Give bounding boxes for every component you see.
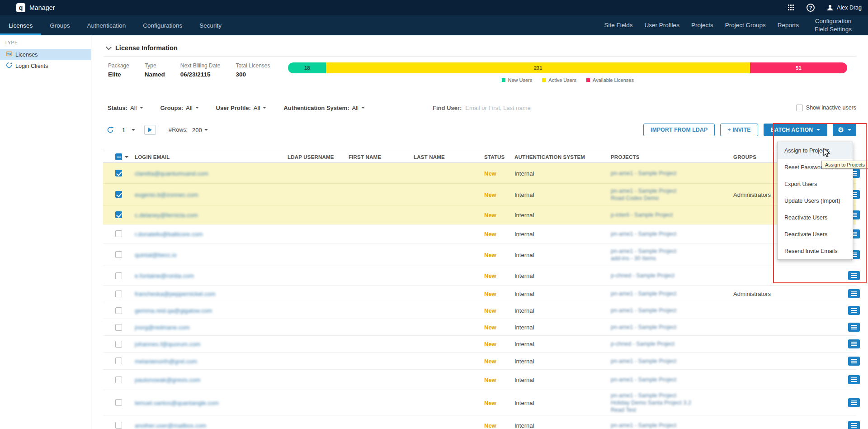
- show-inactive-toggle[interactable]: Show inactive users: [796, 105, 856, 111]
- apps-grid-icon[interactable]: [788, 5, 795, 11]
- project-link[interactable]: pn-ame1 - Sample Project: [611, 290, 733, 297]
- project-link[interactable]: pn-ame1 - Sample Project: [611, 422, 733, 429]
- batch-action-button[interactable]: BATCH ACTION: [764, 124, 828, 136]
- project-link[interactable]: pn-ame1 - Sample Project: [611, 376, 733, 383]
- nav-tab-configuration-field-settings[interactable]: Configuration Field Settings: [805, 15, 862, 35]
- project-link[interactable]: pn-ame1 - Sample Project: [611, 230, 733, 238]
- project-link[interactable]: pn-ame1 - Sample Project: [611, 324, 733, 331]
- user-menu[interactable]: Alex Drag: [826, 4, 862, 11]
- row-checkbox[interactable]: [115, 399, 122, 406]
- login-email-link[interactable]: another.user@mailbox.com: [135, 422, 206, 429]
- help-icon[interactable]: ?: [807, 4, 815, 12]
- page-dropdown-caret[interactable]: [132, 129, 135, 133]
- project-link[interactable]: pn-ame1 - Sample Project: [611, 187, 733, 195]
- project-link[interactable]: pn-ame1 - Sample Project: [611, 307, 733, 314]
- row-checkbox[interactable]: [115, 324, 122, 331]
- filter-authentication-system[interactable]: Authentication System:All: [283, 105, 365, 111]
- project-link[interactable]: Road Codex Demo: [611, 195, 733, 202]
- nav-tab-authentication[interactable]: Authentication: [79, 15, 135, 35]
- login-email-link[interactable]: r.donatello@balticore.com: [135, 231, 203, 238]
- row-checkbox[interactable]: [115, 272, 122, 279]
- row-checkbox[interactable]: [115, 358, 122, 364]
- row-checkbox[interactable]: [115, 291, 122, 297]
- rows-per-page-select[interactable]: 200: [192, 127, 208, 133]
- row-checkbox[interactable]: [115, 191, 122, 198]
- project-link[interactable]: pn-ame1 - Sample Project: [611, 392, 733, 399]
- nav-tab-site-fields[interactable]: Site Fields: [599, 15, 639, 35]
- login-email-link[interactable]: claretta@quantumsand.com: [135, 170, 208, 177]
- select-all-caret-icon[interactable]: [125, 156, 128, 160]
- sidebar-item-login-clients[interactable]: Login Clients: [0, 60, 91, 72]
- column-header-login-email[interactable]: LOGIN EMAIL: [135, 154, 288, 160]
- menu-item-deactivate-users[interactable]: Deactivate Users: [778, 226, 853, 243]
- project-link[interactable]: p-chned - Sample Project: [611, 340, 733, 348]
- menu-item-update-users-import[interactable]: Update Users (Import): [778, 192, 853, 209]
- login-email-link[interactable]: johannes.f@quorum.com: [135, 341, 200, 348]
- row-checkbox[interactable]: [115, 211, 122, 218]
- project-link[interactable]: Read Test: [611, 406, 733, 414]
- filter-groups[interactable]: Groups:All: [160, 105, 199, 111]
- row-actions-button[interactable]: [848, 421, 860, 429]
- menu-item-export-users[interactable]: Export Users: [778, 176, 853, 192]
- nav-tab-licenses[interactable]: Licenses: [0, 15, 41, 35]
- row-actions-button[interactable]: [848, 306, 860, 315]
- column-header-status[interactable]: STATUS: [484, 154, 514, 160]
- login-email-link[interactable]: paulonowak@grevis.com: [135, 377, 200, 383]
- project-link[interactable]: add-ins - 30 Items: [611, 255, 733, 262]
- login-email-link[interactable]: lemuel.santos@quantangle.com: [135, 400, 219, 406]
- login-email-link[interactable]: e.fontaine@ronita.com: [135, 272, 194, 279]
- project-link[interactable]: pn-ame1 - Sample Project: [611, 358, 733, 365]
- menu-item-assign-to-projects[interactable]: Assign to Projects: [778, 142, 853, 159]
- row-checkbox[interactable]: [115, 377, 122, 383]
- row-actions-button[interactable]: [848, 375, 860, 384]
- license-info-header[interactable]: License Information: [103, 43, 856, 57]
- refresh-icon[interactable]: [107, 126, 114, 133]
- column-header-projects[interactable]: PROJECTS: [611, 154, 733, 160]
- row-checkbox[interactable]: [115, 341, 122, 348]
- nav-tab-security[interactable]: Security: [191, 15, 230, 35]
- row-actions-button[interactable]: [848, 339, 860, 348]
- select-all-checkbox[interactable]: [115, 153, 122, 160]
- menu-item-reactivate-users[interactable]: Reactivate Users: [778, 209, 853, 226]
- nav-tab-configurations[interactable]: Configurations: [134, 15, 191, 35]
- row-checkbox[interactable]: [115, 422, 122, 429]
- column-header-ldap-username[interactable]: LDAP USERNAME: [288, 154, 349, 160]
- nav-tab-user-profiles[interactable]: User Profiles: [639, 15, 685, 35]
- settings-gear-button[interactable]: ⚙: [833, 124, 856, 136]
- sidebar-item-licenses[interactable]: Licenses: [0, 49, 91, 60]
- row-checkbox[interactable]: [115, 307, 122, 314]
- filter-user-profile[interactable]: User Profile:All: [216, 105, 267, 111]
- project-link[interactable]: p-chned - Sample Project: [611, 272, 733, 279]
- row-actions-button[interactable]: [848, 398, 860, 407]
- project-link[interactable]: Holiday Demo Santa Project 3.2: [611, 399, 733, 406]
- project-link[interactable]: pn-ame1 - Sample Project: [611, 170, 733, 177]
- row-actions-button[interactable]: [848, 271, 860, 280]
- login-email-link[interactable]: gemma.reid.qa@gigalow.com: [135, 307, 212, 314]
- nav-tab-project-groups[interactable]: Project Groups: [719, 15, 772, 35]
- find-user-input[interactable]: [465, 105, 538, 111]
- nav-tab-groups[interactable]: Groups: [41, 15, 78, 35]
- invite-button[interactable]: + INVITE: [720, 124, 758, 136]
- login-email-link[interactable]: jnorg@redmane.com: [135, 324, 190, 331]
- login-email-link[interactable]: c.delaney@fernicta.com: [135, 212, 198, 219]
- nav-tab-projects[interactable]: Projects: [685, 15, 719, 35]
- nav-tab-reports[interactable]: Reports: [772, 15, 805, 35]
- row-actions-button[interactable]: [848, 323, 860, 332]
- column-header-authentication-system[interactable]: AUTHENTICATION SYSTEM: [514, 154, 611, 160]
- login-email-link[interactable]: melanienorth@grel.com: [135, 358, 197, 365]
- login-email-link[interactable]: eugenio.b@zonnec.com: [135, 191, 198, 198]
- row-actions-button[interactable]: [848, 357, 860, 366]
- project-link[interactable]: p-interli - Sample Project: [611, 211, 733, 219]
- import-from-ldap-button[interactable]: IMPORT FROM LDAP: [643, 124, 715, 136]
- row-actions-button[interactable]: [848, 289, 860, 298]
- login-email-link[interactable]: quintal@becc.io: [135, 252, 177, 258]
- filter-status[interactable]: Status:All: [108, 105, 143, 111]
- row-checkbox[interactable]: [115, 170, 122, 176]
- next-page-button[interactable]: [144, 125, 156, 135]
- login-email-link[interactable]: francheska@peppernickel.com: [135, 291, 216, 297]
- menu-item-resend-invite-emails[interactable]: Resend Invite Emails: [778, 243, 853, 259]
- row-checkbox[interactable]: [115, 251, 122, 258]
- page-number[interactable]: 1: [122, 127, 125, 133]
- column-header-first-name[interactable]: FIRST NAME: [349, 154, 414, 160]
- column-header-last-name[interactable]: LAST NAME: [414, 154, 484, 160]
